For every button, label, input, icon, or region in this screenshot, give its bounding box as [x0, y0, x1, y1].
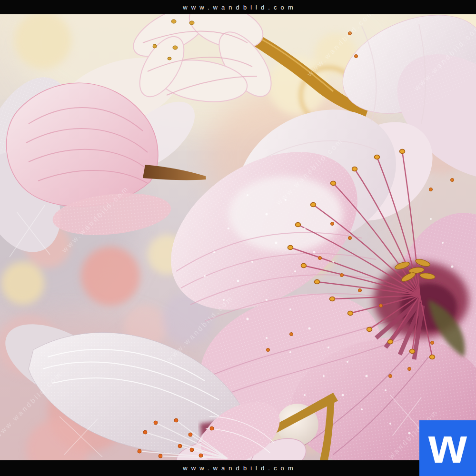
top-url-text: www.wandbild.com — [179, 4, 297, 11]
bottom-url-bar: www.wandbild.com — [0, 460, 476, 476]
bottom-url-text: www.wandbild.com — [179, 465, 297, 472]
wandbild-logo-mark: w — [428, 421, 467, 470]
product-image: www.wandbild.com — [0, 0, 476, 476]
top-url-bar: www.wandbild.com — [0, 0, 476, 14]
blossom-painting — [0, 14, 476, 460]
blossom-artwork: www.wandbild.com www.wandbild.com www.wa… — [0, 14, 476, 460]
wandbild-logo: w — [419, 420, 476, 476]
